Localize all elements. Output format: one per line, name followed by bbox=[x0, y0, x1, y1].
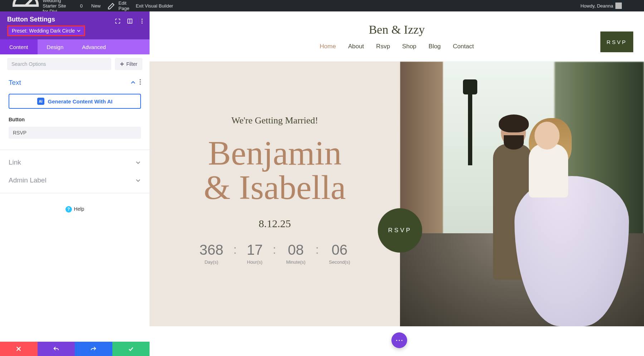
redo-button[interactable] bbox=[75, 342, 112, 356]
hero-rsvp-circle-button[interactable]: RSVP bbox=[378, 208, 422, 253]
tab-advanced[interactable]: Advanced bbox=[73, 39, 115, 54]
sidebar-header: Button Settings Preset: Wedding Dark Cir… bbox=[0, 11, 150, 39]
hero-text-panel: We're Getting Married! Benjamin & Isabel… bbox=[150, 62, 400, 326]
wp-admin-bar: Wedding Starter Site for Divi 0 New Edit… bbox=[0, 0, 644, 11]
chevron-up-icon bbox=[130, 80, 136, 86]
site-header: Ben & Izzy Home About Rsvp Shop Blog Con… bbox=[150, 11, 644, 62]
options-search-input[interactable] bbox=[7, 58, 111, 70]
generate-ai-button[interactable]: AIGenerate Content With AI bbox=[9, 94, 141, 109]
hero-date: 8.12.25 bbox=[259, 218, 291, 230]
button-text-input[interactable] bbox=[9, 127, 141, 139]
ai-badge-icon: AI bbox=[37, 98, 44, 105]
new-label: New bbox=[91, 3, 101, 9]
exit-visual-builder[interactable]: Exit Visual Builder bbox=[136, 3, 173, 9]
svg-point-8 bbox=[140, 83, 141, 85]
primary-nav: Home About Rsvp Shop Blog Contact bbox=[320, 43, 474, 50]
cd-sep: : bbox=[273, 242, 276, 257]
preset-selector[interactable]: Preset: Wedding Dark Circle bbox=[7, 25, 85, 36]
button-field-label: Button bbox=[0, 115, 150, 124]
avatar-icon bbox=[615, 3, 622, 9]
exit-label: Exit Visual Builder bbox=[136, 3, 173, 9]
builder-fab[interactable]: ⋯ bbox=[391, 332, 407, 348]
help-link[interactable]: ?Help bbox=[0, 197, 150, 222]
nav-shop[interactable]: Shop bbox=[402, 43, 416, 50]
ai-button-label: Generate Content With AI bbox=[48, 98, 113, 104]
save-button[interactable] bbox=[112, 342, 150, 356]
hero-title-line1: Benjamin bbox=[208, 136, 341, 170]
focus-icon[interactable] bbox=[114, 18, 121, 24]
cd-hours: 17 bbox=[247, 242, 263, 258]
comments-link[interactable]: 0 bbox=[78, 3, 83, 9]
hero-section: We're Getting Married! Benjamin & Isabel… bbox=[150, 62, 644, 326]
columns-icon[interactable] bbox=[127, 18, 133, 24]
help-label: Help bbox=[74, 206, 84, 212]
filter-label: Filter bbox=[126, 61, 137, 67]
tab-content[interactable]: Content bbox=[0, 39, 38, 54]
cd-hours-label: Hour(s) bbox=[247, 259, 263, 265]
nav-contact[interactable]: Contact bbox=[453, 43, 474, 50]
howdy-label: Howdy, Deanna bbox=[580, 3, 613, 9]
cd-days: 368 bbox=[199, 242, 223, 258]
nav-blog[interactable]: Blog bbox=[429, 43, 441, 50]
cd-sep: : bbox=[233, 242, 236, 257]
section-adminlabel-label: Admin Label bbox=[9, 176, 47, 184]
cd-sep: : bbox=[316, 242, 319, 257]
filter-button[interactable]: Filter bbox=[115, 58, 142, 70]
undo-button[interactable] bbox=[38, 342, 75, 356]
edit-label: Edit Page bbox=[118, 0, 129, 11]
new-content[interactable]: New bbox=[89, 3, 101, 9]
nav-home[interactable]: Home bbox=[320, 43, 336, 50]
pencil-icon bbox=[107, 1, 116, 10]
svg-point-7 bbox=[140, 81, 141, 83]
plus-icon bbox=[120, 62, 124, 66]
cd-minutes-label: Minute(s) bbox=[286, 259, 306, 265]
section-link-label: Link bbox=[9, 159, 21, 166]
page-preview: Ben & Izzy Home About Rsvp Shop Blog Con… bbox=[150, 11, 644, 356]
header-rsvp-button[interactable]: RSVP bbox=[600, 31, 633, 52]
section-link-toggle[interactable]: Link bbox=[0, 153, 150, 171]
chevron-down-icon bbox=[135, 160, 141, 165]
cd-seconds: 06 bbox=[329, 242, 350, 258]
cd-days-label: Day(s) bbox=[199, 259, 223, 265]
section-text-toggle[interactable]: Text bbox=[0, 74, 150, 92]
preset-label: Preset: Wedding Dark Circle bbox=[12, 28, 75, 34]
hero-subtitle: We're Getting Married! bbox=[231, 115, 318, 126]
section-options-icon[interactable] bbox=[140, 79, 141, 86]
svg-point-4 bbox=[142, 21, 143, 22]
site-logo[interactable]: Ben & Izzy bbox=[369, 23, 425, 36]
tab-design[interactable]: Design bbox=[38, 39, 73, 54]
hero-image bbox=[400, 62, 644, 326]
comments-count: 0 bbox=[80, 3, 83, 9]
kebab-icon[interactable] bbox=[139, 18, 145, 24]
nav-rsvp[interactable]: Rsvp bbox=[376, 43, 390, 50]
nav-about[interactable]: About bbox=[348, 43, 364, 50]
section-adminlabel-toggle[interactable]: Admin Label bbox=[0, 171, 150, 189]
help-icon: ? bbox=[65, 206, 72, 213]
svg-point-5 bbox=[142, 23, 143, 24]
cd-seconds-label: Second(s) bbox=[329, 259, 350, 265]
chevron-down-icon bbox=[135, 177, 141, 183]
caret-down-icon bbox=[77, 29, 80, 33]
cancel-button[interactable] bbox=[0, 342, 38, 356]
user-account[interactable]: Howdy, Deanna bbox=[580, 3, 622, 9]
hero-title-line2: & Isabella bbox=[204, 170, 346, 205]
settings-tabs: Content Design Advanced bbox=[0, 39, 150, 54]
sidebar-footer-actions bbox=[0, 342, 150, 356]
svg-point-6 bbox=[140, 79, 141, 81]
svg-point-3 bbox=[142, 19, 143, 20]
countdown-timer: 368Day(s) : 17Hour(s) : 08Minute(s) : 06… bbox=[199, 242, 350, 265]
section-text-label: Text bbox=[9, 79, 21, 87]
edit-page[interactable]: Edit Page bbox=[107, 0, 129, 11]
settings-sidebar: Button Settings Preset: Wedding Dark Cir… bbox=[0, 11, 150, 356]
cd-minutes: 08 bbox=[286, 242, 306, 258]
